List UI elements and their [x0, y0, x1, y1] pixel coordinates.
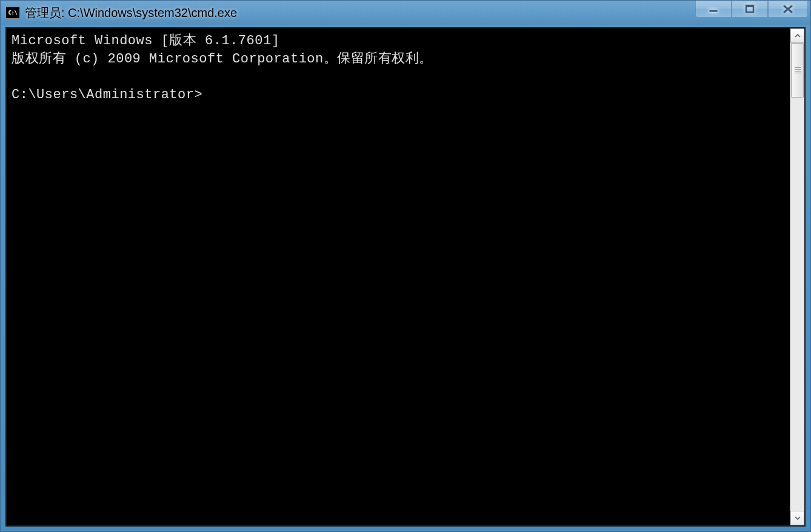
cmd-icon: C:\	[5, 7, 20, 19]
scroll-track[interactable]	[790, 43, 804, 511]
minimize-button[interactable]	[695, 1, 732, 18]
console-output[interactable]: Microsoft Windows [版本 6.1.7601] 版权所有 (c)…	[7, 28, 790, 525]
titlebar[interactable]: C:\ 管理员: C:\Windows\system32\cmd.exe	[1, 1, 810, 25]
console-prompt: C:\Users\Administrator>	[12, 87, 202, 102]
window-title: 管理员: C:\Windows\system32\cmd.exe	[25, 5, 695, 21]
scroll-up-button[interactable]	[790, 28, 804, 43]
scroll-down-button[interactable]	[790, 511, 804, 525]
scroll-thumb[interactable]	[791, 43, 804, 98]
svg-rect-2	[746, 5, 753, 7]
cmd-window: C:\ 管理员: C:\Windows\system32\cmd.exe	[0, 0, 811, 532]
svg-rect-0	[709, 10, 718, 12]
chevron-up-icon	[795, 34, 801, 38]
maximize-button[interactable]	[732, 1, 768, 18]
vertical-scrollbar	[790, 28, 804, 525]
chevron-down-icon	[795, 516, 801, 520]
close-icon	[782, 4, 794, 14]
console-line: Microsoft Windows [版本 6.1.7601]	[12, 33, 279, 48]
console-area: Microsoft Windows [版本 6.1.7601] 版权所有 (c)…	[5, 27, 806, 527]
console-line: 版权所有 (c) 2009 Microsoft Corporation。保留所有…	[12, 52, 433, 67]
close-button[interactable]	[768, 1, 808, 18]
minimize-icon	[708, 5, 719, 13]
window-controls	[695, 1, 808, 25]
maximize-icon	[744, 4, 755, 14]
